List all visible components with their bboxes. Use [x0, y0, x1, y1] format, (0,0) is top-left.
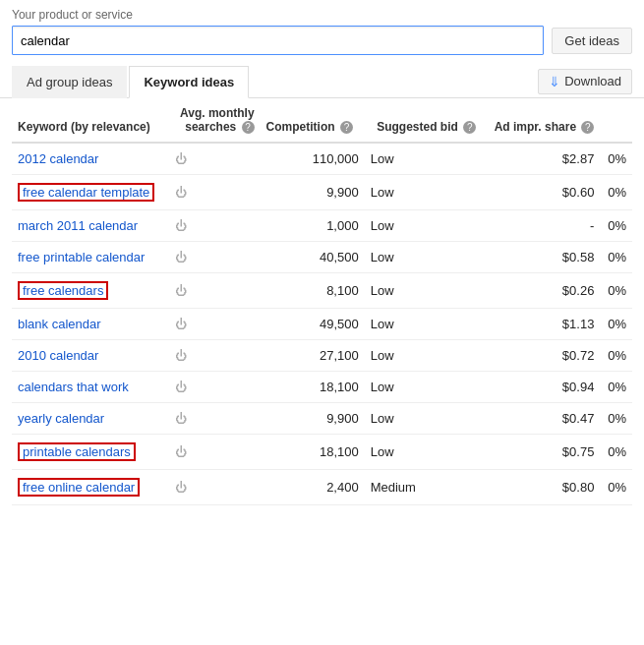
trend-icon-cell[interactable]: ⏻	[169, 242, 261, 273]
competition-cell: Low	[365, 175, 482, 210]
bid-cell: -	[482, 210, 600, 242]
col-bid: Suggested bid ?	[365, 98, 482, 143]
trend-icon-cell[interactable]: ⏻	[169, 435, 261, 470]
competition-cell: Low	[365, 403, 482, 435]
keyword-cell[interactable]: free printable calendar	[12, 242, 169, 273]
searches-cell: 9,900	[261, 175, 365, 210]
keyword-cell[interactable]: blank calendar	[12, 309, 169, 340]
table-row: free calendar template⏻9,900Low$0.600%	[12, 175, 632, 210]
searches-cell: 27,100	[261, 340, 365, 372]
competition-cell: Medium	[365, 470, 482, 505]
competition-cell: Low	[365, 309, 482, 340]
table-row: free calendars⏻8,100Low$0.260%	[12, 273, 632, 309]
col-share: Ad impr. share ?	[482, 98, 600, 143]
keyword-cell[interactable]: 2012 calendar	[12, 143, 169, 175]
trend-icon[interactable]: ⏻	[175, 152, 187, 166]
table-row: march 2011 calendar⏻1,000Low-0%	[12, 210, 632, 242]
keyword-cell[interactable]: free calendar template	[12, 175, 169, 210]
searches-cell: 8,100	[261, 273, 365, 309]
table-row: printable calendars⏻18,100Low$0.750%	[12, 435, 632, 470]
keyword-cell[interactable]: calendars that work	[12, 372, 169, 403]
trend-icon-cell[interactable]: ⏻	[169, 175, 261, 210]
tabs-left: Ad group ideas Keyword ideas	[12, 65, 251, 97]
competition-cell: Low	[365, 273, 482, 309]
searches-cell: 18,100	[261, 435, 365, 470]
keyword-cell[interactable]: 2010 calendar	[12, 340, 169, 372]
competition-help-icon[interactable]: ?	[340, 121, 353, 134]
share-cell: 0%	[600, 175, 632, 210]
searches-cell: 1,000	[261, 210, 365, 242]
trend-icon-cell[interactable]: ⏻	[169, 210, 261, 242]
table-body: 2012 calendar⏻110,000Low$2.870%free cale…	[12, 143, 632, 505]
trend-icon[interactable]: ⏻	[175, 445, 187, 459]
keyword-cell[interactable]: yearly calendar	[12, 403, 169, 435]
keyword-cell[interactable]: free calendars	[12, 273, 169, 309]
bid-cell: $0.80	[482, 470, 600, 505]
download-button[interactable]: ⇓ Download	[538, 69, 632, 94]
trend-icon-cell[interactable]: ⏻	[169, 372, 261, 403]
get-ideas-button[interactable]: Get ideas	[552, 28, 632, 54]
bid-cell: $0.26	[482, 273, 600, 309]
bid-help-icon[interactable]: ?	[463, 121, 476, 134]
tabs-row: Ad group ideas Keyword ideas ⇓ Download	[0, 65, 644, 98]
searches-cell: 110,000	[261, 143, 365, 175]
trend-icon[interactable]: ⏻	[175, 219, 187, 233]
share-cell: 0%	[600, 470, 632, 505]
searches-help-icon[interactable]: ?	[242, 121, 255, 134]
keyword-highlighted[interactable]: free calendars	[18, 281, 108, 300]
table-row: blank calendar⏻49,500Low$1.130%	[12, 309, 632, 340]
trend-icon[interactable]: ⏻	[175, 412, 187, 426]
competition-cell: Low	[365, 435, 482, 470]
bid-cell: $0.72	[482, 340, 600, 372]
competition-cell: Low	[365, 143, 482, 175]
table-row: calendars that work⏻18,100Low$0.940%	[12, 372, 632, 403]
keywords-table: Keyword (by relevance) Avg. monthlysearc…	[12, 98, 632, 505]
searches-cell: 40,500	[261, 242, 365, 273]
search-input[interactable]	[12, 26, 544, 55]
trend-icon[interactable]: ⏻	[175, 349, 187, 363]
bid-cell: $0.94	[482, 372, 600, 403]
trend-icon[interactable]: ⏻	[175, 481, 187, 495]
col-keyword: Keyword (by relevance)	[12, 98, 169, 143]
bid-cell: $1.13	[482, 309, 600, 340]
tab-ad-group-ideas[interactable]: Ad group ideas	[12, 66, 127, 98]
competition-cell: Low	[365, 340, 482, 372]
trend-icon-cell[interactable]: ⏻	[169, 143, 261, 175]
keyword-highlighted[interactable]: free online calendar	[18, 478, 140, 497]
share-cell: 0%	[600, 403, 632, 435]
table-section: Keyword (by relevance) Avg. monthlysearc…	[0, 98, 644, 505]
competition-cell: Low	[365, 210, 482, 242]
keyword-cell[interactable]: march 2011 calendar	[12, 210, 169, 242]
keyword-highlighted[interactable]: printable calendars	[18, 442, 136, 461]
bid-cell: $0.58	[482, 242, 600, 273]
keyword-cell[interactable]: free online calendar	[12, 470, 169, 505]
trend-icon[interactable]: ⏻	[175, 318, 187, 331]
trend-icon-cell[interactable]: ⏻	[169, 470, 261, 505]
competition-cell: Low	[365, 372, 482, 403]
trend-icon-cell[interactable]: ⏻	[169, 340, 261, 372]
share-help-icon[interactable]: ?	[581, 121, 594, 134]
keyword-cell[interactable]: printable calendars	[12, 435, 169, 470]
share-cell: 0%	[600, 435, 632, 470]
trend-icon[interactable]: ⏻	[175, 186, 187, 200]
tab-keyword-ideas[interactable]: Keyword ideas	[129, 66, 249, 98]
share-cell: 0%	[600, 210, 632, 242]
trend-icon[interactable]: ⏻	[175, 284, 187, 298]
table-row: 2010 calendar⏻27,100Low$0.720%	[12, 340, 632, 372]
share-cell: 0%	[600, 273, 632, 309]
download-icon: ⇓	[549, 74, 560, 89]
searches-cell: 2,400	[261, 470, 365, 505]
share-cell: 0%	[600, 309, 632, 340]
share-cell: 0%	[600, 372, 632, 403]
top-section: Your product or service Get ideas	[0, 0, 644, 55]
trend-icon-cell[interactable]: ⏻	[169, 309, 261, 340]
keyword-highlighted[interactable]: free calendar template	[18, 183, 154, 202]
trend-icon[interactable]: ⏻	[175, 251, 187, 264]
competition-cell: Low	[365, 242, 482, 273]
trend-icon-cell[interactable]: ⏻	[169, 273, 261, 309]
trend-icon-cell[interactable]: ⏻	[169, 403, 261, 435]
col-competition: Competition ?	[261, 98, 365, 143]
trend-icon[interactable]: ⏻	[175, 381, 187, 394]
share-cell: 0%	[600, 242, 632, 273]
bid-cell: $2.87	[482, 143, 600, 175]
